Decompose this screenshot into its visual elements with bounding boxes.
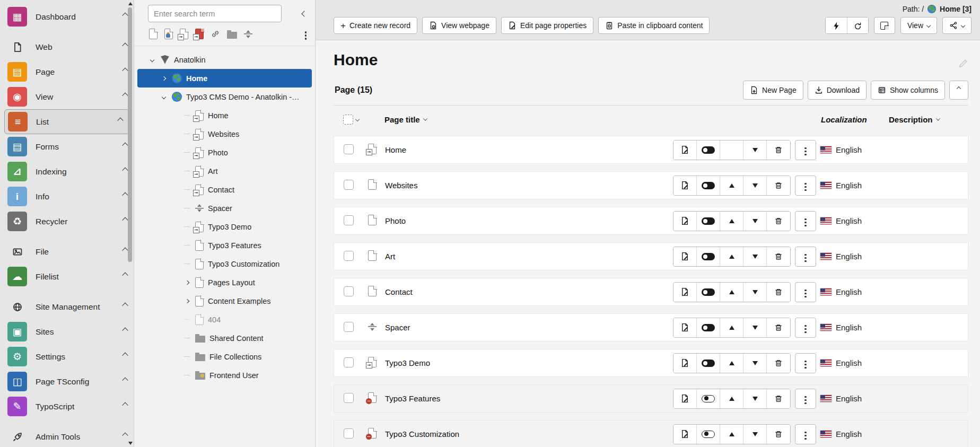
move-up-button[interactable]: [720, 247, 743, 266]
reload-button[interactable]: [847, 17, 868, 34]
module-item-info[interactable]: i Info: [0, 184, 134, 209]
view-dropdown-button[interactable]: View: [900, 17, 937, 34]
row-page-title[interactable]: Spacer: [385, 323, 673, 332]
move-down-button[interactable]: [743, 425, 767, 444]
module-item-page-tsconfig[interactable]: ◫ Page TSconfig: [0, 369, 134, 394]
column-description[interactable]: Description: [889, 115, 968, 124]
module-item-indexing[interactable]: ⊿ Indexing: [0, 159, 134, 184]
more-options-button[interactable]: [795, 211, 816, 231]
row-page-title[interactable]: Home: [385, 145, 673, 154]
show-columns-button[interactable]: Show columns: [871, 81, 945, 100]
tree-item-typo3-cms-demo-anatolkin-[interactable]: Typo3 CMS Demo - Anatolkin - ...: [137, 87, 312, 106]
row-page-title[interactable]: Photo: [385, 216, 673, 225]
cache-actions-button[interactable]: [826, 17, 847, 34]
module-item-web[interactable]: Web: [0, 34, 134, 59]
tree-item-shared-content[interactable]: Shared Content: [137, 329, 312, 347]
tree-expander[interactable]: [183, 319, 191, 320]
tree-item-typo3-features[interactable]: Typo3 Features: [137, 236, 312, 255]
collapse-panel-button[interactable]: [949, 81, 968, 100]
new-spacer-drag-icon[interactable]: [244, 30, 252, 38]
module-item-settings[interactable]: ⚙ Settings: [0, 344, 134, 369]
delete-button[interactable]: [767, 389, 790, 408]
tree-search-input[interactable]: [148, 5, 282, 22]
tree-item-spacer[interactable]: Spacer: [137, 199, 312, 217]
chevron-down-icon[interactable]: [355, 117, 360, 121]
move-up-button[interactable]: [720, 141, 743, 160]
more-options-button[interactable]: [795, 389, 816, 409]
tree-expander[interactable]: [183, 134, 191, 135]
view-webpage-button[interactable]: View webpage: [422, 17, 496, 34]
scroll-up-icon[interactable]: [128, 2, 133, 5]
tree-item-photo[interactable]: Photo: [137, 143, 312, 162]
tree-item-content-examples[interactable]: Content Examples: [137, 292, 312, 310]
delete-button[interactable]: [767, 425, 790, 444]
edit-record-button[interactable]: [673, 283, 697, 302]
new-shortcut-page-drag-icon[interactable]: [180, 29, 188, 39]
module-item-page[interactable]: ▤ Page: [0, 59, 134, 84]
select-all-checkbox[interactable]: [343, 115, 353, 125]
delete-button[interactable]: [767, 318, 790, 337]
more-options-button[interactable]: [795, 176, 816, 196]
notes-button[interactable]: [874, 17, 895, 34]
module-item-site-management[interactable]: Site Management: [0, 294, 134, 319]
row-checkbox[interactable]: [344, 144, 354, 154]
edit-record-button[interactable]: [673, 176, 697, 195]
tree-item-websites[interactable]: Websites: [137, 125, 312, 143]
row-page-title[interactable]: Contact: [385, 287, 673, 296]
move-up-button[interactable]: [720, 283, 743, 302]
toggle-visibility-button[interactable]: [697, 354, 720, 373]
row-checkbox[interactable]: [344, 286, 354, 296]
row-checkbox[interactable]: [344, 322, 354, 332]
row-page-title[interactable]: Art: [385, 252, 673, 261]
toggle-visibility-button[interactable]: [697, 176, 720, 195]
move-up-button[interactable]: [720, 318, 743, 337]
move-down-button[interactable]: [743, 389, 767, 408]
edit-page-properties-button[interactable]: Edit page properties: [501, 17, 593, 34]
module-item-typoscript[interactable]: ✎ TypoScript: [0, 394, 134, 419]
toggle-visibility-button[interactable]: [697, 283, 720, 302]
more-options-button[interactable]: [795, 140, 816, 160]
edit-record-button[interactable]: [673, 425, 697, 444]
module-menu-scrollbar[interactable]: [127, 0, 133, 447]
row-checkbox[interactable]: [344, 215, 354, 225]
module-item-admin-tools[interactable]: Admin Tools: [0, 424, 134, 447]
more-options-button[interactable]: [795, 247, 816, 267]
module-item-list[interactable]: ≡ List: [4, 109, 129, 134]
tree-expander[interactable]: [183, 208, 191, 209]
module-item-filelist[interactable]: ☁ Filelist: [0, 264, 134, 289]
edit-record-button[interactable]: [673, 247, 697, 266]
row-checkbox[interactable]: [344, 251, 354, 261]
share-dropdown-button[interactable]: [942, 17, 972, 34]
new-folder-drag-icon[interactable]: [227, 32, 237, 39]
edit-record-button[interactable]: [673, 389, 697, 408]
edit-record-button[interactable]: [673, 354, 697, 373]
row-checkbox[interactable]: [344, 357, 354, 367]
tree-expander[interactable]: [183, 338, 191, 339]
delete-button[interactable]: [767, 247, 790, 266]
move-up-button[interactable]: [720, 389, 743, 408]
new-mountpoint-page-drag-icon[interactable]: [195, 29, 204, 39]
collapse-tree-button[interactable]: [300, 7, 309, 20]
more-options-button[interactable]: [795, 424, 816, 444]
tree-item-contact[interactable]: Contact: [137, 180, 312, 199]
row-checkbox[interactable]: [344, 393, 354, 403]
row-checkbox[interactable]: [344, 428, 354, 439]
tree-expander[interactable]: [183, 171, 191, 172]
tree-expander[interactable]: [183, 226, 191, 227]
scroll-down-icon[interactable]: [128, 442, 133, 445]
tree-expander[interactable]: [183, 152, 191, 153]
move-down-button[interactable]: [743, 318, 767, 337]
move-down-button[interactable]: [743, 283, 767, 302]
toggle-visibility-button[interactable]: [697, 318, 720, 337]
module-item-forms[interactable]: ▤ Forms: [0, 134, 134, 159]
tree-expander[interactable]: [183, 356, 191, 357]
tree-expander[interactable]: [183, 264, 191, 265]
more-options-button[interactable]: [795, 353, 816, 373]
delete-button[interactable]: [767, 283, 790, 302]
module-item-file[interactable]: File: [0, 239, 134, 264]
row-page-title[interactable]: Typo3 Features: [385, 394, 673, 403]
delete-button[interactable]: [767, 176, 790, 195]
download-button[interactable]: Download: [808, 81, 867, 100]
move-up-button[interactable]: [720, 425, 743, 444]
move-up-button[interactable]: [720, 176, 743, 195]
